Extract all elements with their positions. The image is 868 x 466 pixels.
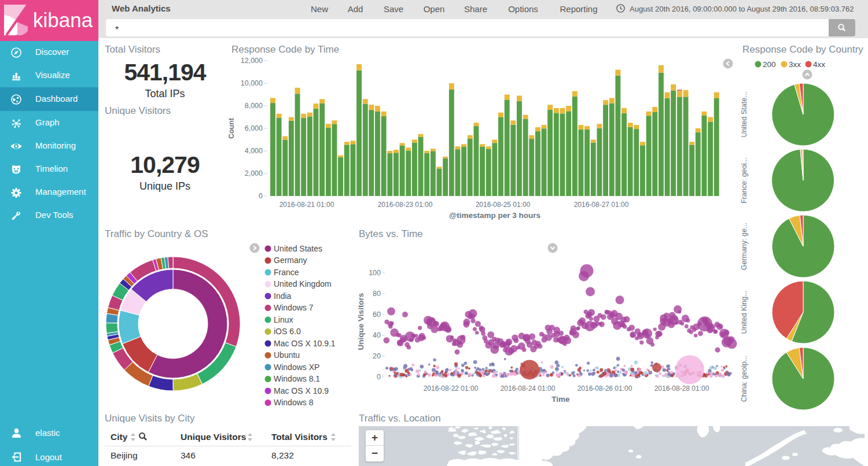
svg-text:United Kingdom: United Kingdom — [274, 279, 332, 289]
svg-text:Count: Count — [227, 117, 236, 139]
svg-text:2016-08-21 01:00: 2016-08-21 01:00 — [279, 201, 334, 209]
svg-text:4,000: 4,000 — [245, 147, 263, 155]
svg-text:@timestamp per 3 hours: @timestamp per 3 hours — [449, 211, 540, 220]
svg-text:8,000: 8,000 — [245, 102, 263, 110]
svg-text:United King...: United King... — [740, 290, 748, 334]
svg-text:Germany: ge...: Germany: ge... — [740, 223, 748, 271]
svg-text:10,000: 10,000 — [241, 79, 263, 87]
svg-text:Germany: Germany — [274, 256, 307, 265]
svg-text:12,000: 12,000 — [241, 57, 263, 65]
svg-text:2016-08-27 01:00: 2016-08-27 01:00 — [574, 201, 629, 209]
svg-text:Unique Visitors: Unique Visitors — [356, 293, 365, 350]
svg-text:2016-08-28 01:00: 2016-08-28 01:00 — [654, 384, 709, 393]
svg-text:2016-08-25 01:00: 2016-08-25 01:00 — [476, 201, 531, 209]
svg-text:2016-08-22 01:00: 2016-08-22 01:00 — [424, 384, 479, 393]
svg-text:40: 40 — [373, 331, 381, 339]
svg-text:France: France — [274, 268, 299, 277]
svg-text:80: 80 — [373, 290, 381, 298]
svg-text:20: 20 — [373, 352, 381, 360]
svg-text:Windows XP: Windows XP — [274, 363, 319, 372]
svg-text:60: 60 — [373, 310, 381, 319]
svg-text:100: 100 — [369, 269, 381, 277]
svg-text:Windows 8: Windows 8 — [274, 398, 314, 407]
svg-text:iOS 6.0: iOS 6.0 — [274, 327, 301, 336]
svg-text:0: 0 — [377, 373, 381, 381]
svg-text:Ubuntu: Ubuntu — [274, 350, 300, 360]
svg-text:United State...: United State... — [740, 91, 748, 137]
svg-text:India: India — [274, 291, 292, 301]
svg-text:2016-08-24 01:00: 2016-08-24 01:00 — [501, 384, 556, 393]
svg-text:2016-08-23 01:00: 2016-08-23 01:00 — [378, 201, 433, 209]
svg-text:2,000: 2,000 — [245, 169, 263, 177]
svg-text:China: geoip...: China: geoip... — [740, 356, 748, 402]
svg-text:Linux: Linux — [274, 315, 293, 324]
svg-text:2016-08-26 01:00: 2016-08-26 01:00 — [578, 384, 632, 393]
svg-text:Time: Time — [551, 395, 570, 404]
svg-text:Mac OS X 10.9.1: Mac OS X 10.9.1 — [274, 339, 336, 348]
svg-text:Windows 8.1: Windows 8.1 — [274, 374, 320, 383]
svg-text:United States: United States — [274, 244, 322, 253]
svg-text:France: geoi...: France: geoi... — [740, 157, 748, 204]
svg-text:6,000: 6,000 — [245, 124, 263, 132]
svg-text:Windows 7: Windows 7 — [274, 303, 314, 312]
svg-text:Mac OS X 10.9: Mac OS X 10.9 — [274, 386, 329, 395]
svg-text:0: 0 — [259, 192, 263, 200]
